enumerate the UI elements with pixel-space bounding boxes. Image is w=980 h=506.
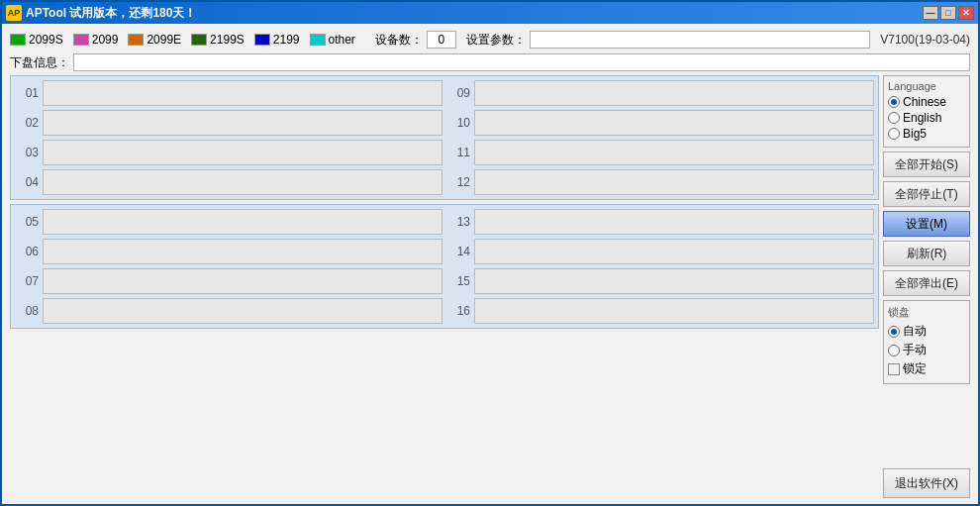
lock-title: 锁盘: [888, 305, 965, 320]
legend-label-2099: 2099: [92, 33, 119, 47]
slot-number-02: 02: [15, 116, 39, 130]
right-panel: Language Chinese English Big5 全部: [883, 75, 970, 498]
slot-bar-02[interactable]: [43, 110, 442, 136]
info-label: 下盘信息：: [10, 54, 69, 71]
slot-row-12: 12: [446, 169, 874, 195]
checkbox-lock[interactable]: 锁定: [888, 360, 965, 377]
radio-circle-big5[interactable]: [888, 128, 900, 140]
slot-bar-06[interactable]: [43, 239, 442, 264]
slot-row-09: 09: [446, 80, 874, 106]
device-count-area: 设备数：: [375, 31, 456, 49]
radio-circle-auto[interactable]: [888, 326, 900, 338]
legend-label-2199s: 2199S: [210, 33, 245, 47]
slot-number-09: 09: [446, 86, 470, 100]
exit-button[interactable]: 退出软件(X): [883, 468, 970, 498]
language-title: Language: [888, 80, 965, 92]
window-controls: — □ ✕: [923, 6, 974, 20]
legend-color-2199: [254, 34, 270, 46]
legend-2099s: 2099S: [10, 33, 63, 47]
radio-english[interactable]: English: [888, 111, 965, 125]
params-input[interactable]: [530, 31, 870, 49]
info-row: 下盘信息：: [6, 51, 974, 73]
slot-number-06: 06: [15, 245, 39, 258]
title-bar: AP APTool 试用版本，还剩180天！ — □ ✕: [2, 2, 978, 24]
refresh-button[interactable]: 刷新(R): [883, 241, 970, 266]
checkbox-label-lock: 锁定: [903, 360, 927, 377]
minimize-button[interactable]: —: [923, 6, 938, 20]
slot-number-12: 12: [446, 175, 470, 189]
language-box: Language Chinese English Big5: [883, 75, 970, 148]
slot-row-01: 01: [15, 80, 442, 106]
settings-button[interactable]: 设置(M): [883, 211, 970, 237]
lock-box: 锁盘 自动 手动 锁定: [883, 300, 970, 384]
legend-label-2099s: 2099S: [29, 33, 63, 47]
slot-number-08: 08: [15, 304, 39, 318]
legend-color-other: [310, 34, 326, 46]
radio-manual[interactable]: 手动: [888, 342, 965, 358]
window-title: APTool 试用版本，还剩180天！: [26, 5, 923, 22]
slot-row-11: 11: [446, 140, 874, 165]
legend-color-2099e: [128, 34, 144, 46]
legend-other: other: [310, 33, 355, 47]
maximize-button[interactable]: □: [940, 6, 956, 20]
slot-bar-11[interactable]: [474, 140, 874, 165]
radio-chinese[interactable]: Chinese: [888, 95, 965, 109]
slot-number-04: 04: [15, 175, 39, 189]
slot-bar-12[interactable]: [474, 169, 874, 195]
content-area: 2099S 2099 2099E 2199S 2199 other: [2, 24, 978, 504]
radio-circle-english[interactable]: [888, 112, 900, 124]
radio-label-big5: Big5: [903, 127, 927, 141]
slot-bar-13[interactable]: [474, 209, 874, 235]
slot-bar-01[interactable]: [43, 80, 442, 106]
slot-group-1: 01 09 02 10: [10, 75, 879, 200]
slot-group-2: 05 13 06 14: [10, 204, 879, 329]
checkbox-box-lock[interactable]: [888, 363, 900, 375]
radio-circle-chinese[interactable]: [888, 96, 900, 108]
slot-number-05: 05: [15, 215, 39, 229]
legend-2099: 2099: [73, 33, 119, 47]
legend-color-2199s: [191, 34, 207, 46]
slot-row-16: 16: [446, 298, 874, 324]
close-button[interactable]: ✕: [958, 6, 974, 20]
slot-bar-07[interactable]: [43, 268, 442, 294]
legend-color-2099: [73, 34, 89, 46]
radio-label-auto: 自动: [903, 323, 927, 340]
slot-row-08: 08: [15, 298, 442, 324]
slot-number-10: 10: [446, 116, 470, 130]
main-window: AP APTool 试用版本，还剩180天！ — □ ✕ 2099S 2099 …: [0, 0, 980, 506]
radio-big5[interactable]: Big5: [888, 127, 965, 141]
legend-label-2199: 2199: [273, 33, 300, 47]
slot-bar-14[interactable]: [474, 239, 874, 264]
slot-row-14: 14: [446, 239, 874, 264]
device-count-input[interactable]: [427, 31, 456, 49]
slot-bar-09[interactable]: [474, 80, 874, 106]
slot-number-07: 07: [15, 274, 39, 288]
legend-label-other: other: [329, 33, 355, 47]
slot-number-11: 11: [446, 146, 470, 159]
eject-all-button[interactable]: 全部弹出(E): [883, 270, 970, 296]
slot-bar-08[interactable]: [43, 298, 442, 324]
radio-auto[interactable]: 自动: [888, 323, 965, 340]
device-count-label: 设备数：: [375, 32, 423, 49]
slot-bar-04[interactable]: [43, 169, 442, 195]
stop-all-button[interactable]: 全部停止(T): [883, 181, 970, 207]
radio-label-manual: 手动: [903, 342, 927, 358]
radio-label-chinese: Chinese: [903, 95, 946, 109]
slot-bar-16[interactable]: [474, 298, 874, 324]
info-input[interactable]: [73, 53, 970, 71]
slot-number-14: 14: [446, 245, 470, 258]
slot-row-02: 02: [15, 110, 442, 136]
legend-color-2099s: [10, 34, 26, 46]
slot-bar-15[interactable]: [474, 268, 874, 294]
radio-circle-manual[interactable]: [888, 345, 900, 356]
slot-row-13: 13: [446, 209, 874, 235]
slot-bar-03[interactable]: [43, 140, 442, 165]
params-label: 设置参数：: [466, 32, 526, 49]
slot-number-01: 01: [15, 86, 39, 100]
slot-bar-05[interactable]: [43, 209, 442, 235]
slot-row-07: 07: [15, 268, 442, 294]
slot-row-15: 15: [446, 268, 874, 294]
slot-bar-10[interactable]: [474, 110, 874, 136]
start-all-button[interactable]: 全部开始(S): [883, 152, 970, 177]
app-icon: AP: [6, 5, 22, 21]
